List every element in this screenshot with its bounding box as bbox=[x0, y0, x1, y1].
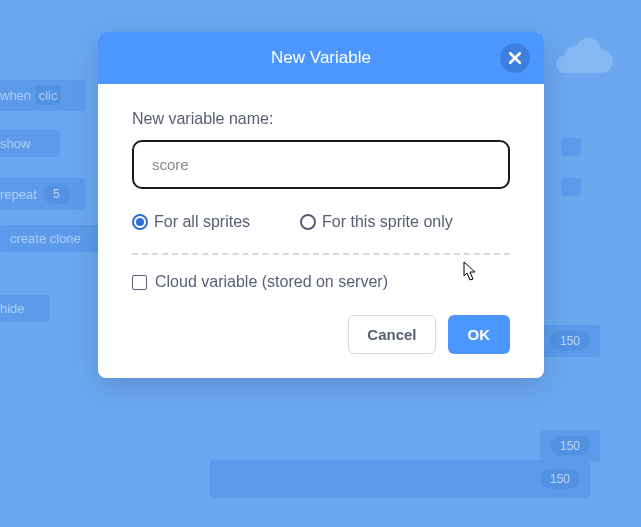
radio-selected-icon bbox=[132, 214, 148, 230]
ok-button[interactable]: OK bbox=[448, 315, 511, 354]
dialog-header: New Variable bbox=[98, 32, 544, 84]
variable-name-label: New variable name: bbox=[132, 110, 510, 128]
checkbox-unchecked-icon bbox=[132, 275, 147, 290]
radio-for-all-sprites[interactable]: For all sprites bbox=[132, 213, 250, 231]
cursor-pointer-icon bbox=[458, 260, 478, 284]
new-variable-dialog: New Variable New variable name: For all … bbox=[98, 32, 544, 378]
close-icon bbox=[509, 52, 521, 64]
cloud-variable-label: Cloud variable (stored on server) bbox=[155, 273, 388, 291]
close-button[interactable] bbox=[500, 43, 530, 73]
radio-all-label: For all sprites bbox=[154, 213, 250, 231]
divider bbox=[132, 253, 510, 255]
variable-name-input[interactable] bbox=[132, 140, 510, 189]
cloud-variable-checkbox[interactable]: Cloud variable (stored on server) bbox=[132, 273, 510, 291]
radio-this-label: For this sprite only bbox=[322, 213, 453, 231]
radio-unselected-icon bbox=[300, 214, 316, 230]
cancel-button[interactable]: Cancel bbox=[348, 315, 435, 354]
radio-for-this-sprite[interactable]: For this sprite only bbox=[300, 213, 453, 231]
dialog-title: New Variable bbox=[271, 48, 371, 67]
